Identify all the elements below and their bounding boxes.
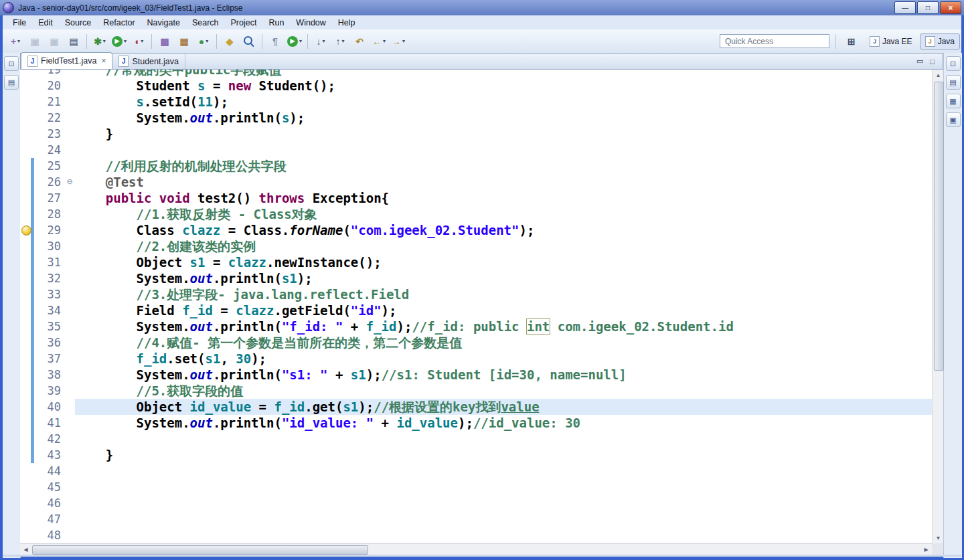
code-line-29[interactable]: 29 Class clazz = Class.forName("com.igee…: [20, 222, 932, 238]
menu-project[interactable]: Project: [225, 16, 263, 29]
menu-navigate[interactable]: Navigate: [141, 16, 186, 29]
back-button[interactable]: ←▾: [370, 33, 388, 50]
line-number[interactable]: 24: [34, 142, 64, 158]
minimize-editor-button[interactable]: ▭: [916, 57, 923, 66]
code-line-25[interactable]: 25 //利用反射的机制处理公共字段: [20, 158, 932, 174]
code-line-38[interactable]: 38 System.out.println("s1: " + s1);//s1:…: [20, 367, 932, 383]
new-java-project-button[interactable]: ▩: [155, 33, 174, 50]
menu-source[interactable]: Source: [59, 16, 98, 29]
fold-collapse-icon[interactable]: ⊖: [64, 174, 75, 190]
maximize-window-button[interactable]: □: [917, 1, 939, 14]
new-package-button[interactable]: ▦: [175, 33, 193, 50]
line-number[interactable]: 39: [34, 383, 64, 399]
menu-run[interactable]: Run: [262, 16, 290, 29]
line-number[interactable]: 38: [34, 367, 64, 383]
menu-window[interactable]: Window: [290, 16, 331, 29]
line-number[interactable]: 33: [34, 286, 64, 302]
search-button[interactable]: [240, 33, 258, 50]
line-number[interactable]: 19: [34, 70, 64, 78]
restore-pane-icon[interactable]: ⊡: [946, 56, 961, 71]
chevron-down-icon[interactable]: ▾: [17, 38, 20, 44]
line-number[interactable]: 45: [34, 479, 64, 495]
code-line-40[interactable]: 40 Object id_value = f_id.get(s1);//根据设置…: [20, 399, 932, 415]
line-number[interactable]: 26: [34, 174, 64, 190]
menu-refactor[interactable]: Refactor: [97, 16, 141, 29]
code-line-27[interactable]: 27 public void test2() throws Exception{: [20, 190, 932, 206]
minimize-window-button[interactable]: —: [894, 1, 916, 14]
code-line-35[interactable]: 35 System.out.println("f_id: " + f_id);/…: [20, 318, 932, 335]
code-line-42[interactable]: 42: [20, 431, 932, 447]
code-line-33[interactable]: 33 //3.处理字段- java.lang.reflect.Field: [20, 286, 932, 302]
outline-icon[interactable]: ▦: [946, 94, 961, 108]
line-number[interactable]: 29: [34, 222, 64, 238]
scroll-right-button[interactable]: ▶: [920, 544, 932, 555]
code-line-48[interactable]: 48: [20, 527, 932, 543]
print-button[interactable]: ▤: [64, 33, 83, 50]
warning-marker-gutter[interactable]: [20, 222, 31, 238]
tab-close-icon[interactable]: ×: [101, 56, 106, 66]
code-line-28[interactable]: 28 //1.获取反射类 - Class对象: [20, 206, 932, 222]
line-number[interactable]: 32: [34, 270, 64, 286]
line-number[interactable]: 27: [34, 190, 64, 206]
code-editor[interactable]: 19 //常规的类中public字段赋值20 Student s = new S…: [20, 70, 932, 543]
code-line-23[interactable]: 23 }: [20, 126, 932, 142]
line-number[interactable]: 36: [34, 335, 64, 351]
line-number[interactable]: 35: [34, 318, 64, 335]
line-number[interactable]: 43: [34, 447, 64, 463]
code-line-45[interactable]: 45: [20, 479, 932, 495]
menu-file[interactable]: File: [7, 16, 32, 29]
code-line-36[interactable]: 36 //4.赋值- 第一个参数是当前所在的类，第二个参数是值: [20, 335, 932, 351]
restore-pane-icon[interactable]: ⊡: [4, 56, 19, 71]
line-number[interactable]: 37: [34, 351, 64, 367]
title-bar[interactable]: Java - senior-day01/src/com/igeek_03/Fie…: [0, 0, 964, 15]
chevron-down-icon[interactable]: ▾: [141, 38, 143, 44]
code-line-37[interactable]: 37 f_id.set(s1, 30);: [20, 351, 932, 367]
menu-edit[interactable]: Edit: [32, 16, 59, 29]
line-number[interactable]: 34: [34, 302, 64, 318]
chevron-down-icon[interactable]: ▾: [206, 38, 208, 44]
code-line-26[interactable]: 26⊖ @Test: [20, 174, 932, 190]
task-list-icon[interactable]: ▤: [946, 75, 961, 90]
line-number[interactable]: 20: [34, 78, 64, 94]
new-wizard-button[interactable]: +▾: [6, 33, 25, 50]
tab-fieldtest1.java[interactable]: JFieldTest1.java×: [21, 52, 112, 69]
new-class-button[interactable]: ●▾: [194, 33, 213, 50]
line-number[interactable]: 48: [34, 527, 64, 543]
close-window-button[interactable]: ×: [940, 1, 961, 14]
line-number[interactable]: 40: [34, 399, 64, 415]
line-number[interactable]: 44: [34, 463, 64, 479]
line-number[interactable]: 23: [34, 126, 64, 142]
line-number[interactable]: 41: [34, 415, 64, 431]
run-button[interactable]: ▶▾: [110, 33, 129, 50]
horizontal-scrollbar[interactable]: ◀ ▶: [20, 543, 932, 555]
code-line-44[interactable]: 44: [20, 463, 932, 479]
quick-access-input[interactable]: Quick Access: [720, 34, 829, 48]
code-line-21[interactable]: 21 s.setId(11);: [20, 94, 932, 110]
line-number[interactable]: 47: [34, 511, 64, 527]
line-number[interactable]: 28: [34, 206, 64, 222]
line-number[interactable]: 30: [34, 238, 64, 254]
code-line-39[interactable]: 39 //5.获取字段的值: [20, 383, 932, 399]
templates-icon[interactable]: ▣: [946, 112, 961, 127]
external-tools-button[interactable]: ▶▾: [285, 33, 304, 50]
next-annotation-button[interactable]: ↓▾: [311, 33, 330, 50]
horizontal-scroll-thumb[interactable]: [32, 545, 368, 555]
code-line-34[interactable]: 34 Field f_id = clazz.getField("id");: [20, 302, 932, 318]
last-edit-location-button[interactable]: ↶: [350, 33, 369, 50]
chevron-down-icon[interactable]: ▾: [322, 38, 325, 44]
maximize-editor-button[interactable]: □: [930, 58, 935, 66]
menu-search[interactable]: Search: [186, 16, 225, 29]
scroll-down-button[interactable]: ▼: [933, 533, 944, 543]
line-number[interactable]: 21: [34, 94, 64, 110]
line-number[interactable]: 46: [34, 495, 64, 511]
code-line-41[interactable]: 41 System.out.println("id_value: " + id_…: [20, 415, 932, 431]
open-type-button[interactable]: ◆: [220, 33, 239, 50]
code-line-22[interactable]: 22 System.out.println(s);: [20, 110, 932, 126]
code-line-31[interactable]: 31 Object s1 = clazz.newInstance();: [20, 254, 932, 270]
perspective-java-ee[interactable]: JJava EE: [864, 33, 918, 50]
code-line-32[interactable]: 32 System.out.println(s1);: [20, 270, 932, 286]
forward-button[interactable]: →▾: [389, 33, 408, 50]
vertical-scrollbar[interactable]: ▲ ▼: [932, 70, 943, 543]
debug-button[interactable]: ✱▾: [90, 33, 109, 50]
code-line-47[interactable]: 47: [20, 511, 932, 527]
